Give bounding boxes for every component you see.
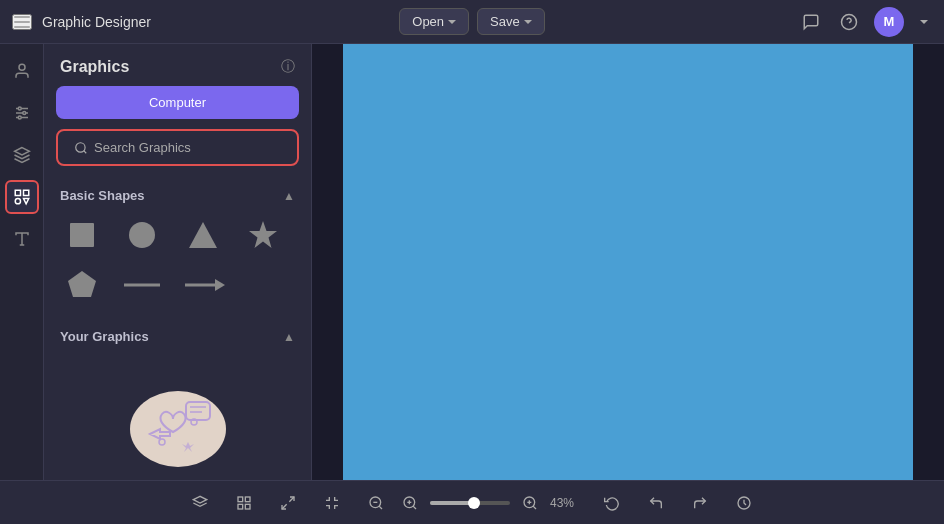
layers-bottom-button[interactable] [186,491,214,515]
zoom-slider[interactable] [430,501,510,505]
basic-shapes-title: Basic Shapes [60,188,145,203]
header-chevron-icon [920,20,928,24]
shape-arrow[interactable] [181,263,225,307]
header-chevron-button[interactable] [916,16,932,28]
svg-point-2 [19,64,25,70]
info-icon[interactable]: ⓘ [281,58,295,76]
open-chevron-icon [448,20,456,24]
shape-triangle[interactable] [181,213,225,257]
basic-shapes-header: Basic Shapes ▲ [44,182,311,213]
save-button[interactable]: Save [477,8,545,35]
svg-line-38 [289,497,294,502]
bottom-toolbar: 43% [0,480,944,524]
shape-star[interactable] [241,213,285,257]
zoom-home-button[interactable] [396,491,424,515]
history-button[interactable] [730,491,758,515]
help-button[interactable] [836,9,862,35]
svg-marker-22 [68,271,96,297]
svg-line-39 [282,504,287,509]
svg-point-16 [76,142,85,151]
your-graphics-header: Your Graphics ▲ [44,323,311,354]
svg-point-6 [18,107,21,110]
computer-button[interactable]: Computer [56,86,299,119]
main-content: Graphics ⓘ Computer Search Graphics Basi… [0,44,944,480]
shape-pentagon[interactable] [60,263,104,307]
svg-rect-10 [15,190,20,195]
svg-line-41 [379,506,382,509]
svg-marker-21 [249,221,277,248]
shapes-grid [44,213,311,323]
icon-sidebar [0,44,44,480]
avatar[interactable]: M [874,7,904,37]
canvas-area[interactable] [312,44,944,480]
svg-rect-11 [23,190,28,195]
svg-rect-34 [238,497,243,502]
svg-point-12 [15,199,20,204]
grid-bottom-button[interactable] [230,491,258,515]
shape-circle[interactable] [120,213,164,257]
svg-line-17 [84,150,87,153]
graphics-panel: Graphics ⓘ Computer Search Graphics Basi… [44,44,312,480]
svg-marker-9 [14,148,29,156]
basic-shapes-collapse-icon[interactable]: ▲ [283,189,295,203]
search-graphics-button[interactable]: Search Graphics [56,129,299,166]
svg-rect-35 [245,497,250,502]
svg-rect-36 [238,504,243,509]
your-graphics-title: Your Graphics [60,329,149,344]
zoom-percent: 43% [550,496,582,510]
zoom-in-button[interactable] [516,491,544,515]
text-sidebar-btn[interactable] [5,222,39,256]
shapes-sidebar-btn[interactable] [5,180,39,214]
svg-point-7 [22,112,25,115]
crop-button[interactable] [318,491,346,515]
svg-rect-37 [245,504,250,509]
layers-sidebar-btn[interactable] [5,138,39,172]
fit-button[interactable] [274,491,302,515]
header-center: Open Save [399,8,544,35]
redo-button[interactable] [686,491,714,515]
chat-button[interactable] [798,9,824,35]
svg-marker-33 [193,496,206,503]
svg-line-48 [533,506,536,509]
header: Graphic Designer Open Save M [0,0,944,44]
undo-button[interactable] [642,491,670,515]
svg-marker-13 [23,199,28,204]
svg-marker-25 [215,279,225,291]
panel-title: Graphics [60,58,129,76]
shape-line[interactable] [120,263,164,307]
panel-header: Graphics ⓘ [44,44,311,86]
search-label: Search Graphics [94,140,191,155]
svg-point-19 [129,222,155,248]
menu-button[interactable] [12,14,32,30]
canvas [343,44,913,480]
svg-rect-18 [70,223,94,247]
svg-line-44 [413,506,416,509]
header-right: M [545,7,932,37]
refresh-button[interactable] [598,491,626,515]
open-button[interactable]: Open [399,8,469,35]
svg-point-8 [18,116,21,119]
app-title: Graphic Designer [42,14,151,30]
zoom-out-button[interactable] [362,491,390,515]
no-graphics-area: No graphics selected [44,354,311,480]
save-chevron-icon [524,20,532,24]
header-left: Graphic Designer [12,14,399,30]
shape-square[interactable] [60,213,104,257]
no-graphics-illustration [118,374,238,474]
sliders-sidebar-btn[interactable] [5,96,39,130]
svg-marker-20 [189,222,217,248]
your-graphics-collapse-icon[interactable]: ▲ [283,330,295,344]
zoom-section: 43% [362,491,582,515]
person-sidebar-btn[interactable] [5,54,39,88]
